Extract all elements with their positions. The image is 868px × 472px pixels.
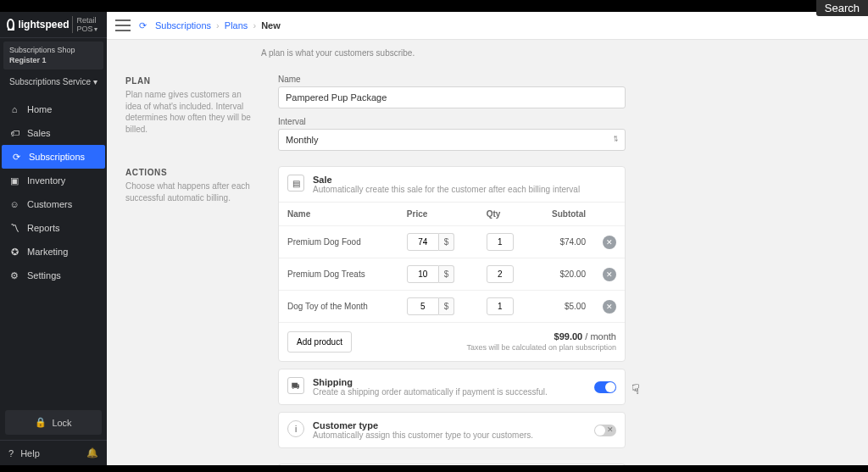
qty-input[interactable] — [487, 233, 514, 251]
actions-desc: Choose what happens after each successfu… — [125, 180, 253, 203]
price-input[interactable] — [407, 233, 439, 251]
shipping-sub: Create a shipping order automatically if… — [313, 387, 548, 397]
breadcrumb-sep: › — [253, 20, 256, 31]
item-subtotal: $5.00 — [531, 291, 594, 323]
mouse-cursor-icon: ☟ — [632, 381, 640, 397]
brand-row[interactable]: lightspeed Retail POS — [0, 12, 107, 38]
sale-subtitle: Automatically create this sale for the c… — [313, 185, 580, 194]
help-row[interactable]: ?Help🔔 — [0, 440, 107, 465]
item-subtotal: $20.00 — [531, 258, 594, 291]
refresh-icon[interactable]: ⟳ — [139, 20, 147, 31]
main-area: ⟳ Subscriptions › Plans › New A plan is … — [107, 12, 868, 465]
section-plan-label: PLAN Plan name gives customers an idea o… — [125, 75, 253, 151]
qty-input[interactable] — [487, 265, 514, 283]
plan-heading: PLAN — [125, 76, 253, 86]
add-product-button[interactable]: Add product — [287, 331, 352, 353]
external-search-badge[interactable]: Search — [816, 0, 868, 16]
remove-row-button[interactable]: ✕ — [603, 236, 616, 249]
section-actions-body: ▤ Sale Automatically create this sale fo… — [278, 166, 626, 448]
totals: $99.00 / month Taxes will be calculated … — [466, 331, 616, 352]
section-actions-label: ACTIONS Choose what happens after each s… — [125, 166, 253, 448]
actions-heading: ACTIONS — [125, 168, 253, 177]
total-per: / month — [582, 331, 616, 342]
section-actions: ACTIONS Choose what happens after each s… — [125, 166, 849, 448]
nav-settings[interactable]: ⚙Settings — [0, 264, 107, 287]
price-input[interactable] — [407, 265, 439, 283]
nav-subscriptions[interactable]: ⟳Subscriptions — [2, 145, 105, 169]
service-switcher[interactable]: Subscriptions Service ▾ — [3, 73, 103, 91]
user-icon: ☺ — [8, 198, 20, 210]
table-row: Premium Dog Food $ $74.00 ✕ — [279, 226, 625, 258]
info-icon: i — [287, 420, 304, 437]
nav-inventory[interactable]: ▣Inventory — [0, 169, 107, 192]
nav-marketing[interactable]: ✪Marketing — [0, 240, 107, 264]
nav-home-label: Home — [27, 104, 52, 114]
price-input[interactable] — [407, 297, 439, 315]
breadcrumb-subscriptions[interactable]: Subscriptions — [155, 20, 211, 31]
chart-icon: 〽 — [8, 222, 20, 234]
item-subtotal: $74.00 — [531, 226, 594, 258]
nav-sales[interactable]: 🏷Sales — [0, 121, 107, 145]
shipping-toggle[interactable] — [594, 381, 616, 393]
item-name: Dog Toy of the Month — [279, 291, 398, 323]
nav-reports[interactable]: 〽Reports — [0, 216, 107, 240]
customer-type-panel: i Customer type Automatically assign thi… — [278, 412, 626, 448]
breadcrumb-plans[interactable]: Plans — [225, 20, 248, 31]
tax-note: Taxes will be calculated on plan subscri… — [466, 343, 616, 352]
remove-row-button[interactable]: ✕ — [603, 268, 616, 281]
shop-selector[interactable]: Subscriptions Shop Register 1 — [3, 42, 103, 69]
section-plan: PLAN Plan name gives customers an idea o… — [125, 75, 849, 151]
shipping-panel: ⛟ Shipping Create a shipping order autom… — [278, 369, 626, 405]
sale-card: ▤ Sale Automatically create this sale fo… — [278, 166, 626, 362]
col-price: Price — [398, 203, 478, 226]
truck-icon: ⛟ — [287, 377, 304, 394]
nav-sales-label: Sales — [27, 128, 51, 138]
box-icon: ▣ — [8, 175, 20, 186]
lightspeed-logo-icon — [7, 19, 14, 31]
lock-label: Lock — [52, 418, 71, 428]
breadcrumb-sep: › — [216, 20, 220, 31]
sidebar-bottom: 🔒Lock ?Help🔔 — [0, 405, 107, 465]
nav-reports-label: Reports — [27, 223, 60, 233]
lock-button[interactable]: 🔒Lock — [5, 410, 102, 435]
interval-select[interactable]: Monthly — [278, 129, 626, 151]
content-scroll[interactable]: A plan is what your customers subscribe.… — [107, 40, 868, 465]
table-row: Premium Dog Treats $ $20.00 ✕ — [279, 258, 625, 291]
shipping-title: Shipping — [313, 377, 548, 387]
qty-input[interactable] — [487, 297, 514, 315]
partial-cut-text: A plan is what your customers subscribe. — [125, 40, 849, 59]
menu-toggle-icon[interactable] — [115, 19, 131, 31]
bell-icon[interactable]: 🔔 — [86, 447, 98, 458]
table-footer: Add product $99.00 / month Taxes will be… — [279, 323, 625, 361]
refresh-icon: ⟳ — [10, 151, 22, 163]
plan-desc: Plan name gives customers an idea of wha… — [125, 89, 253, 135]
breadcrumb-current: New — [261, 20, 281, 31]
topbar: ⟳ Subscriptions › Plans › New — [107, 12, 868, 40]
brand-product[interactable]: Retail POS — [72, 16, 100, 33]
nav-settings-label: Settings — [27, 270, 61, 280]
ctype-title: Customer type — [313, 420, 533, 430]
chevron-down-icon: ▾ — [93, 77, 97, 86]
ctype-sub: Automatically assign this customer type … — [313, 430, 533, 440]
nav-marketing-label: Marketing — [27, 247, 68, 257]
item-name: Premium Dog Treats — [279, 258, 398, 291]
plan-name-input[interactable] — [278, 86, 626, 108]
col-qty: Qty — [478, 203, 532, 226]
section-plan-body: Name Interval Monthly — [278, 75, 626, 151]
service-label: Subscriptions Service — [9, 77, 91, 86]
line-items-table: Name Price Qty Subtotal Premium Dog Food… — [279, 203, 625, 323]
interval-label: Interval — [278, 117, 626, 126]
customer-type-toggle[interactable]: ✕ — [594, 425, 616, 436]
col-subtotal: Subtotal — [531, 203, 594, 226]
name-label: Name — [278, 75, 626, 84]
register-name: Register 1 — [9, 56, 97, 66]
sale-title: Sale — [313, 175, 580, 185]
letterbox-top — [0, 0, 868, 12]
help-label: Help — [20, 448, 40, 458]
gear-icon: ⚙ — [8, 269, 20, 281]
currency-unit: $ — [439, 233, 455, 251]
nav-customers[interactable]: ☺Customers — [0, 192, 107, 216]
home-icon: ⌂ — [8, 103, 20, 115]
nav-home[interactable]: ⌂Home — [0, 97, 107, 121]
remove-row-button[interactable]: ✕ — [603, 300, 616, 314]
